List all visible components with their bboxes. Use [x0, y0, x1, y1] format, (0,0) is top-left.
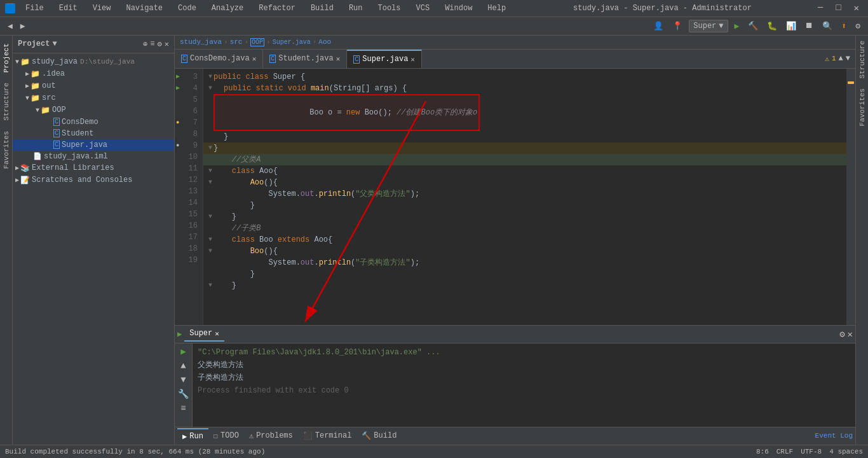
menu-code[interactable]: Code [173, 3, 201, 14]
close-panel-icon[interactable]: ✕ [848, 329, 853, 340]
editor-scrollbar[interactable] [846, 69, 855, 325]
menu-run[interactable]: Run [344, 3, 368, 14]
debug-icon[interactable]: 🐛 [764, 20, 780, 32]
coverage-icon[interactable]: 📊 [783, 20, 799, 32]
rerun-icon[interactable]: ▶ [180, 346, 186, 357]
scroll-up-icon[interactable]: ▲ [180, 361, 186, 371]
expand-arrow-icon[interactable]: ▶ [15, 176, 19, 184]
navigate-down-icon[interactable]: ▼ [846, 54, 850, 63]
tab-consdemo[interactable]: C ConsDemo.java ✕ [175, 50, 263, 68]
tree-item-consdemo[interactable]: C ConsDemo [13, 116, 174, 128]
expand-arrow-icon[interactable]: ▶ [15, 164, 19, 172]
menu-refactor[interactable]: Refactor [254, 3, 301, 14]
update-icon[interactable]: ⬆ [839, 20, 849, 32]
forward-icon[interactable]: ▶ [18, 20, 28, 32]
tree-item-external-libs[interactable]: ▶ 📚 External Libraries [13, 162, 174, 174]
menu-edit[interactable]: Edit [54, 3, 83, 14]
scroll-down-icon[interactable]: ▼ [180, 375, 186, 385]
bread-aoo[interactable]: Aoo [318, 38, 331, 46]
charset[interactable]: UTF-8 [801, 448, 822, 455]
fold-icon[interactable]: ▼ [208, 177, 212, 188]
run-tab-super[interactable]: Super ✕ [184, 326, 224, 342]
tree-item-idea[interactable]: ▶ 📁 .idea [13, 68, 174, 80]
search-icon[interactable]: 🔍 [820, 20, 835, 32]
nav-icon[interactable]: 📍 [670, 20, 685, 32]
structure-tab[interactable]: Structure [857, 36, 867, 83]
collapse-icon[interactable]: ≡ [150, 39, 154, 49]
cursor-position[interactable]: 8:6 [756, 448, 769, 455]
menu-vcs[interactable]: VCS [411, 3, 435, 14]
favorites-tab[interactable]: Favorites [1, 126, 11, 174]
tab-close-icon[interactable]: ✕ [252, 55, 257, 63]
navigate-up-icon[interactable]: ▲ [839, 54, 843, 63]
run-config-dropdown[interactable]: Super ▼ [689, 20, 728, 32]
expand-arrow-icon[interactable]: ▼ [15, 59, 19, 66]
tree-item-out[interactable]: ▶ 📁 out [13, 80, 174, 92]
expand-arrow-icon[interactable]: ▶ [25, 70, 29, 78]
tree-item-super[interactable]: C Super.java [13, 139, 174, 151]
expand-arrow-icon[interactable]: ▶ [25, 82, 29, 90]
tree-item-iml[interactable]: 📄 study_java.iml [13, 151, 174, 162]
bread-super-java[interactable]: Super.java [273, 38, 311, 46]
fold-icon[interactable]: ▼ [208, 211, 212, 223]
bread-src[interactable]: src [230, 38, 243, 46]
dropdown-arrow-icon[interactable]: ▼ [52, 39, 57, 48]
tab-student[interactable]: C Student.java ✕ [263, 50, 347, 68]
project-settings-icon[interactable]: ⚙ [158, 39, 162, 49]
soft-wrap-icon[interactable]: ≡ [180, 403, 186, 413]
menu-tools[interactable]: Tools [373, 3, 406, 14]
fold-icon[interactable]: ▼ [208, 83, 212, 94]
tree-item-study-java[interactable]: ▼ 📁 study_java D:\study_java [13, 56, 174, 68]
fold-icon[interactable]: ▼ [208, 280, 212, 291]
stop-icon[interactable]: ⏹ [803, 20, 816, 32]
structure-tab-left[interactable]: Structure [1, 78, 11, 125]
bread-oop[interactable]: OOP [250, 38, 264, 46]
bottom-tab-build[interactable]: 🔨 Build [356, 429, 402, 443]
run-tab-close-icon[interactable]: ✕ [215, 330, 219, 338]
menu-help[interactable]: Help [482, 3, 511, 14]
tree-item-student[interactable]: C Student [13, 128, 174, 139]
tree-item-oop[interactable]: ▼ 📁 OOP [13, 104, 174, 116]
back-icon[interactable]: ◀ [5, 20, 15, 32]
close-panel-icon[interactable]: ✕ [165, 39, 169, 49]
favorites-right-tab[interactable]: Favorites [857, 83, 867, 131]
fold-icon[interactable]: ▼ [208, 246, 212, 257]
event-log-link[interactable]: Event Log [815, 432, 853, 440]
expand-arrow-icon[interactable]: ▼ [25, 95, 29, 102]
user-icon[interactable]: 👤 [651, 20, 666, 32]
bottom-tab-problems[interactable]: ⚠ Problems [244, 429, 298, 443]
fold-icon[interactable]: ▼ [208, 71, 212, 83]
project-tab[interactable]: Project [1, 38, 11, 78]
locate-icon[interactable]: ⊕ [143, 39, 147, 49]
menu-file[interactable]: File [20, 3, 49, 14]
run-settings-icon[interactable]: ⚙ [839, 329, 844, 340]
build-icon[interactable]: 🔨 [745, 20, 761, 32]
close-button[interactable]: ✕ [850, 1, 863, 15]
menu-window[interactable]: Window [440, 3, 477, 14]
tab-super[interactable]: C Super.java ✕ [347, 50, 422, 68]
fold-icon[interactable]: ▼ [208, 165, 212, 177]
maximize-button[interactable]: □ [832, 1, 844, 15]
menu-build[interactable]: Build [306, 3, 339, 14]
minimize-button[interactable]: ─ [814, 1, 827, 15]
fold-icon[interactable]: ▼ [208, 234, 212, 246]
bottom-tab-todo[interactable]: ☐ TODO [208, 429, 244, 443]
tree-item-src[interactable]: ▼ 📁 src [13, 92, 174, 104]
menu-view[interactable]: View [88, 3, 116, 14]
bottom-tab-run[interactable]: ▶ Run [177, 428, 208, 444]
menu-navigate[interactable]: Navigate [121, 3, 168, 14]
bread-study-java[interactable]: study_java [180, 38, 222, 46]
menu-analyze[interactable]: Analyze [207, 3, 248, 14]
wrench-icon[interactable]: 🔧 [178, 389, 189, 399]
run-gutter-icon[interactable]: ▶ [176, 71, 180, 83]
tree-item-scratches[interactable]: ▶ 📝 Scratches and Consoles [13, 174, 174, 186]
line-endings[interactable]: CRLF [776, 448, 793, 455]
tab-close-icon[interactable]: ✕ [410, 55, 415, 64]
fold-icon[interactable]: ▼ [208, 142, 212, 154]
run-button[interactable]: ▶ [732, 20, 742, 32]
run-gutter-icon[interactable]: ▶ [176, 83, 180, 94]
tab-close-icon[interactable]: ✕ [336, 55, 341, 63]
indent-setting[interactable]: 4 spaces [829, 448, 863, 455]
settings-icon[interactable]: ⚙ [853, 20, 863, 32]
run-output[interactable]: "C:\Program Files\Java\jdk1.8.0_201\bin\… [193, 344, 855, 427]
